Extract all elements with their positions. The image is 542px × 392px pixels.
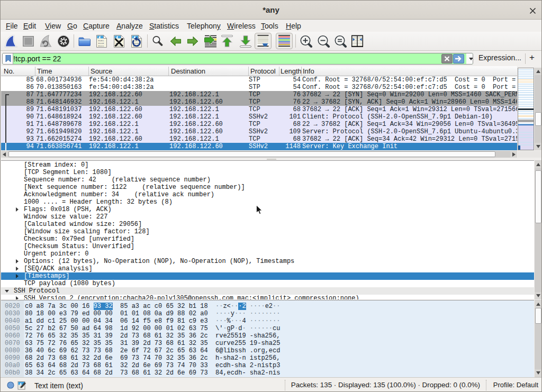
svg-text:0111: 0111 xyxy=(98,44,104,47)
